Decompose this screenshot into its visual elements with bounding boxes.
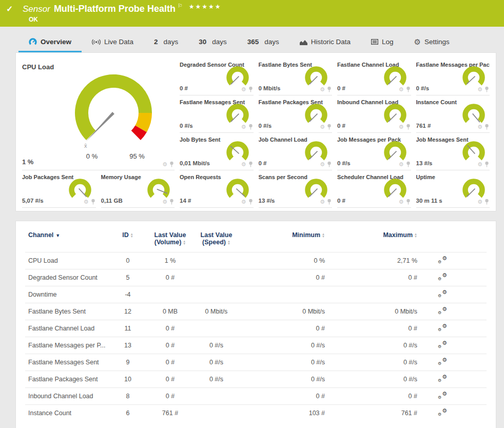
- pin-icon[interactable]: [327, 124, 332, 130]
- channel-name[interactable]: Fastlane Bytes Sent: [25, 303, 107, 320]
- gear-icon[interactable]: ⚙: [399, 162, 404, 167]
- gear-icon[interactable]: ⚙: [162, 199, 167, 205]
- gauge-tile[interactable]: Job Channel Load 0 # ⚙: [259, 133, 333, 170]
- table-row[interactable]: CPU Load 0 1 % 0 % 2,71 % ⚙⚙: [25, 252, 487, 269]
- pin-icon[interactable]: [406, 124, 411, 130]
- channel-settings-gears-icon[interactable]: ⚙⚙: [438, 341, 447, 348]
- gauge-tile[interactable]: Instance Count 761 # ⚙: [416, 95, 490, 133]
- flag-icon[interactable]: ⚐: [178, 3, 183, 9]
- channel-settings-gears-icon[interactable]: ⚙⚙: [438, 392, 447, 399]
- table-row[interactable]: Fastlane Messages per P... 13 0 # 0 #/s …: [25, 337, 487, 354]
- gear-icon[interactable]: ⚙: [241, 199, 246, 205]
- pin-icon[interactable]: [169, 161, 174, 167]
- column-header-minimum[interactable]: Minimum▲▼: [241, 226, 328, 252]
- channel-settings-gears-icon[interactable]: ⚙⚙: [438, 358, 447, 365]
- gauge-tile[interactable]: Job Bytes Sent 0,01 Mbit/s ⚙: [180, 133, 254, 170]
- column-header-channel[interactable]: Channel▼: [25, 226, 107, 252]
- channel-name[interactable]: Inbound Channel Load: [25, 388, 107, 405]
- pin-icon[interactable]: [248, 161, 253, 167]
- table-row[interactable]: Inbound Channel Load 8 0 # 0 # 0 # ⚙⚙: [25, 388, 487, 405]
- pin-icon[interactable]: [327, 199, 332, 205]
- column-header-last-value-speed[interactable]: Last Value (Speed)▲▼: [192, 226, 241, 252]
- gear-icon[interactable]: ⚙: [84, 199, 89, 205]
- channel-settings-gears-icon[interactable]: ⚙⚙: [438, 324, 447, 332]
- gear-icon[interactable]: ⚙: [320, 87, 325, 92]
- table-row[interactable]: Degraded Sensor Count 5 0 # 0 # 0 # ⚙⚙: [25, 269, 487, 286]
- column-header-id[interactable]: ID▲▼: [107, 226, 148, 252]
- priority-stars[interactable]: ★★★★★: [189, 3, 222, 10]
- pin-icon[interactable]: [91, 199, 95, 205]
- channel-name[interactable]: Instance Count: [25, 405, 107, 422]
- gauge-tile[interactable]: Job Messages Sent 13 #/s ⚙: [416, 133, 490, 170]
- pin-icon[interactable]: [406, 161, 411, 167]
- table-row[interactable]: Fastlane Packages Sent 10 0 # 0 #/s 0 #/…: [25, 371, 487, 388]
- tab-365-days[interactable]: 365 days: [237, 34, 289, 52]
- pin-icon[interactable]: [406, 86, 411, 92]
- channel-settings-gears-icon[interactable]: ⚙⚙: [438, 408, 447, 416]
- pin-icon[interactable]: [327, 161, 332, 167]
- pin-icon[interactable]: [169, 199, 174, 205]
- gear-icon[interactable]: ⚙: [320, 162, 325, 167]
- gear-icon[interactable]: ⚙: [241, 162, 246, 167]
- column-header-last-value-volume[interactable]: Last Value (Volume)▲▼: [148, 226, 192, 252]
- channel-name[interactable]: CPU Load: [25, 252, 107, 269]
- cpu-load-gauge-tile[interactable]: CPU Load x̄ 0 % 95 % 1 % ⚙: [22, 58, 175, 170]
- gear-icon[interactable]: ⚙: [477, 162, 482, 167]
- tab-log[interactable]: Log: [361, 34, 404, 52]
- channel-settings-gears-icon[interactable]: ⚙⚙: [438, 290, 447, 298]
- channel-name[interactable]: Fastlane Messages per P...: [25, 337, 107, 354]
- gauge-tile[interactable]: Job Messages per Pack 0 #/s ⚙: [337, 133, 411, 170]
- channel-name[interactable]: Fastlane Channel Load: [25, 320, 107, 337]
- table-row[interactable]: Instance Count 6 761 # 103 # 761 # ⚙⚙: [25, 405, 487, 422]
- gauge-tile[interactable]: Memory Usage 0,11 GB ⚙: [101, 170, 175, 208]
- pin-icon[interactable]: [248, 124, 253, 130]
- column-header-maximum[interactable]: Maximum▲▼: [328, 226, 420, 252]
- gauge-tile[interactable]: Inbound Channel Load 0 # ⚙: [337, 95, 411, 133]
- channel-name[interactable]: Downtime: [25, 286, 107, 303]
- channel-settings-gears-icon[interactable]: ⚙⚙: [438, 307, 447, 315]
- channel-name[interactable]: Fastlane Messages Sent: [25, 354, 107, 371]
- table-row[interactable]: Fastlane Messages Sent 9 0 # 0 #/s 0 #/s…: [25, 354, 487, 371]
- table-row[interactable]: Downtime -4 ⚙⚙: [25, 286, 487, 303]
- gauge-tile[interactable]: Fastlane Bytes Sent 0 Mbit/s ⚙: [259, 58, 333, 95]
- channel-settings-gears-icon[interactable]: ⚙⚙: [438, 256, 447, 264]
- gauge-tile[interactable]: Open Requests 14 # ⚙: [180, 170, 254, 208]
- gear-icon[interactable]: ⚙: [477, 87, 482, 92]
- gear-icon[interactable]: ⚙: [477, 124, 482, 130]
- pin-icon[interactable]: [327, 86, 332, 92]
- gauge-tile[interactable]: Fastlane Channel Load 0 # ⚙: [337, 58, 411, 95]
- channel-name[interactable]: Degraded Sensor Count: [25, 269, 107, 286]
- tab-settings[interactable]: ⚙ Settings: [404, 34, 460, 52]
- pin-icon[interactable]: [484, 86, 489, 92]
- gear-icon[interactable]: ⚙: [399, 87, 404, 92]
- gear-icon[interactable]: ⚙: [320, 199, 325, 205]
- gauge-tile[interactable]: Degraded Sensor Count 0 # ⚙: [180, 58, 254, 95]
- gauge-tile[interactable]: Scheduler Channel Load 0 # ⚙: [337, 170, 411, 208]
- tab-historic-data[interactable]: Historic Data: [289, 34, 361, 52]
- channel-name[interactable]: Fastlane Packages Sent: [25, 371, 107, 388]
- gear-icon[interactable]: ⚙: [241, 87, 246, 92]
- table-row[interactable]: Fastlane Channel Load 11 0 # 0 # 0 # ⚙⚙: [25, 320, 487, 337]
- gear-icon[interactable]: ⚙: [241, 124, 246, 130]
- channel-settings-gears-icon[interactable]: ⚙⚙: [438, 375, 447, 382]
- gear-icon[interactable]: ⚙: [477, 199, 482, 205]
- pin-icon[interactable]: [484, 161, 489, 167]
- gauge-tile[interactable]: Fastlane Packages Sent 0 #/s ⚙: [259, 95, 333, 133]
- channel-settings-gears-icon[interactable]: ⚙⚙: [438, 273, 447, 281]
- tab-live-data[interactable]: Live Data: [82, 34, 144, 52]
- gear-icon[interactable]: ⚙: [399, 199, 404, 205]
- table-row[interactable]: Fastlane Bytes Sent 12 0 MB 0 Mbit/s 0 M…: [25, 303, 487, 320]
- gauge-tile[interactable]: Job Packages Sent 5,07 #/s ⚙: [22, 170, 96, 208]
- gear-icon[interactable]: ⚙: [162, 162, 167, 167]
- pin-icon[interactable]: [248, 199, 253, 205]
- gauge-tile[interactable]: Uptime 30 m 11 s ⚙: [416, 170, 490, 208]
- pin-icon[interactable]: [248, 86, 253, 92]
- pin-icon[interactable]: [406, 199, 411, 205]
- tab-2-days[interactable]: 2 days: [144, 34, 188, 52]
- pin-icon[interactable]: [484, 199, 489, 205]
- pin-icon[interactable]: [484, 124, 489, 130]
- tab-30-days[interactable]: 30 days: [188, 34, 237, 52]
- gauge-tile[interactable]: Fastlane Messages Sent 0 #/s ⚙: [180, 95, 254, 133]
- gauge-tile[interactable]: Scans per Second 13 #/s ⚙: [259, 170, 333, 208]
- gear-icon[interactable]: ⚙: [320, 124, 325, 130]
